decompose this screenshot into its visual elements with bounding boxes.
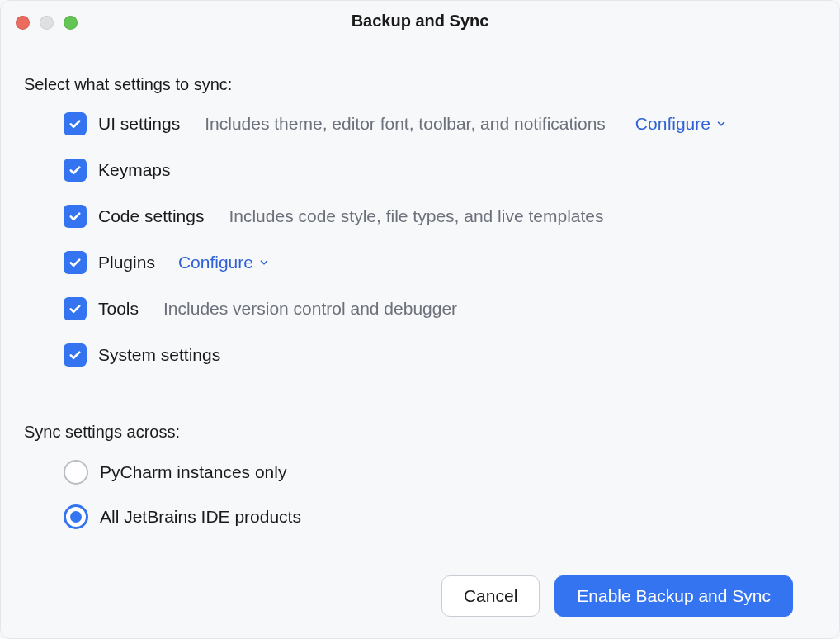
checkmark-icon bbox=[68, 209, 83, 224]
radio-all-ides[interactable] bbox=[64, 504, 88, 529]
setting-row-plugins: Plugins Configure bbox=[64, 251, 816, 274]
setting-description: Includes theme, editor font, toolbar, an… bbox=[205, 114, 606, 134]
setting-label: Plugins bbox=[98, 253, 155, 272]
titlebar: Backup and Sync bbox=[1, 1, 839, 40]
checkbox-plugins[interactable] bbox=[64, 251, 87, 274]
configure-link-text: Configure bbox=[178, 253, 253, 272]
checkbox-code-settings[interactable] bbox=[64, 205, 87, 228]
checkmark-icon bbox=[68, 348, 83, 362]
setting-description: Includes version control and debugger bbox=[163, 299, 457, 319]
configure-ui-settings-link[interactable]: Configure bbox=[635, 114, 727, 134]
sync-across-label: Sync settings across: bbox=[24, 423, 816, 442]
dialog-title: Backup and Sync bbox=[352, 12, 489, 31]
cancel-button[interactable]: Cancel bbox=[441, 575, 540, 617]
dialog-footer: Cancel Enable Backup and Sync bbox=[24, 575, 816, 638]
scope-option-label: All JetBrains IDE products bbox=[100, 507, 301, 527]
setting-label: UI settings bbox=[98, 114, 180, 134]
checkbox-keymaps[interactable] bbox=[64, 159, 87, 182]
setting-row-code: Code settings Includes code style, file … bbox=[64, 205, 816, 228]
setting-description: Includes code style, file types, and liv… bbox=[229, 206, 603, 226]
checkbox-system-settings[interactable] bbox=[64, 343, 87, 367]
setting-row-tools: Tools Includes version control and debug… bbox=[64, 297, 816, 320]
setting-row-ui: UI settings Includes theme, editor font,… bbox=[64, 112, 816, 135]
checkmark-icon bbox=[68, 301, 83, 316]
scope-option-label: PyCharm instances only bbox=[100, 462, 286, 482]
settings-list: UI settings Includes theme, editor font,… bbox=[24, 112, 816, 367]
configure-plugins-link[interactable]: Configure bbox=[178, 253, 270, 272]
setting-row-keymaps: Keymaps bbox=[64, 159, 816, 182]
enable-backup-and-sync-button[interactable]: Enable Backup and Sync bbox=[554, 575, 793, 617]
select-settings-label: Select what settings to sync: bbox=[24, 75, 816, 94]
window-close-button[interactable] bbox=[16, 16, 30, 30]
window-controls bbox=[16, 16, 78, 30]
chevron-down-icon bbox=[715, 118, 727, 130]
checkmark-icon bbox=[68, 116, 83, 131]
radio-pycharm-only[interactable] bbox=[64, 460, 88, 485]
scope-option-all-ides[interactable]: All JetBrains IDE products bbox=[64, 504, 816, 529]
checkmark-icon bbox=[68, 163, 83, 178]
checkbox-tools[interactable] bbox=[64, 297, 87, 320]
chevron-down-icon bbox=[258, 257, 270, 268]
setting-label: Code settings bbox=[98, 206, 204, 226]
checkbox-ui-settings[interactable] bbox=[64, 112, 87, 135]
scope-option-pycharm-only[interactable]: PyCharm instances only bbox=[64, 460, 816, 485]
window-maximize-button[interactable] bbox=[64, 16, 78, 30]
dialog-content: Select what settings to sync: UI setting… bbox=[1, 40, 839, 638]
window-minimize-button[interactable] bbox=[40, 16, 54, 30]
scope-radio-group: PyCharm instances only All JetBrains IDE… bbox=[24, 460, 816, 529]
checkmark-icon bbox=[68, 255, 83, 270]
backup-and-sync-dialog: Backup and Sync Select what settings to … bbox=[0, 0, 840, 639]
setting-label: Keymaps bbox=[98, 160, 171, 180]
setting-label: System settings bbox=[98, 345, 220, 365]
setting-label: Tools bbox=[98, 299, 139, 319]
setting-row-system: System settings bbox=[64, 343, 816, 367]
configure-link-text: Configure bbox=[635, 114, 710, 134]
